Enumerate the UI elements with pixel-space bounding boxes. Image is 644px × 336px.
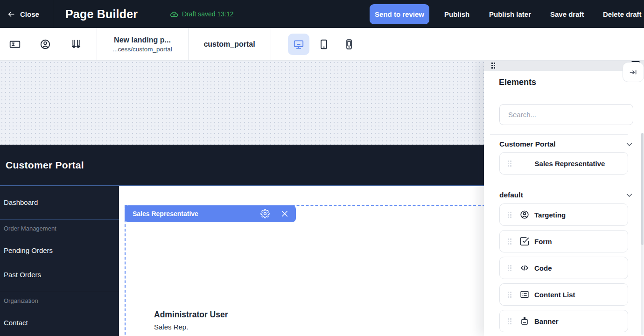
text-element-tool-button[interactable] xyxy=(5,34,25,55)
cloud-check-icon xyxy=(170,10,179,19)
chevron-down-icon xyxy=(625,191,633,199)
element-item-code[interactable]: Code xyxy=(499,257,628,279)
tablet-view-button[interactable] xyxy=(313,34,335,55)
topbar-divider xyxy=(53,0,53,28)
split-test-icon xyxy=(70,38,82,50)
sidebar-item-dashboard[interactable]: Dashboard xyxy=(4,198,38,206)
check-square-icon xyxy=(519,236,530,246)
selected-element-label: Sales Representative xyxy=(133,210,198,217)
elements-search-input[interactable] xyxy=(499,104,633,125)
collapse-panel-button[interactable] xyxy=(623,62,644,82)
person-target-icon xyxy=(519,210,530,220)
audience-tool-button[interactable] xyxy=(35,34,56,55)
tablet-icon xyxy=(318,38,330,50)
arrow-to-bar-icon xyxy=(629,68,638,77)
panel-divider xyxy=(490,134,628,135)
drag-handle-icon xyxy=(507,238,512,245)
sidebar-item-contact[interactable]: Contact xyxy=(4,319,28,327)
chevron-down-icon xyxy=(625,140,633,148)
selected-element-toolbar: Sales Representative xyxy=(125,205,296,222)
group-header-default[interactable]: default xyxy=(499,191,633,199)
element-item-banner[interactable]: Banner xyxy=(499,310,628,332)
page-tab[interactable]: New landing p... ...cess/custom_portal xyxy=(97,28,188,61)
tab-custom-portal[interactable]: custom_portal xyxy=(188,28,271,61)
panel-drag-bar[interactable] xyxy=(484,60,644,71)
text-box-icon xyxy=(9,38,21,50)
sidebar-section-organization: Organization xyxy=(4,297,38,304)
rep-role: Sales Rep. xyxy=(154,323,188,331)
element-settings-gear-icon[interactable] xyxy=(260,209,270,218)
element-item-form[interactable]: Form xyxy=(499,230,628,252)
save-draft-button[interactable]: Save draft xyxy=(550,0,584,28)
elements-panel: Elements Customer Portal Sales Represent… xyxy=(484,60,644,336)
panel-scrollbar[interactable] xyxy=(641,133,644,335)
sidebar-divider xyxy=(0,219,119,220)
page-builder-app: Close Page Builder Draft saved 13:12 Sen… xyxy=(0,0,644,336)
sidebar-section-order-management: Order Management xyxy=(4,225,56,232)
publish-later-button[interactable]: Publish later xyxy=(489,0,531,28)
panel-title: Elements xyxy=(499,77,536,87)
mobile-icon xyxy=(343,38,355,50)
person-circle-icon xyxy=(39,38,51,50)
delete-draft-button[interactable]: Delete draft xyxy=(603,0,642,28)
variants-tool-button[interactable] xyxy=(66,34,86,55)
back-arrow-icon xyxy=(7,10,15,19)
deselect-close-icon[interactable] xyxy=(280,209,289,218)
publish-button[interactable]: Publish xyxy=(444,0,469,28)
drag-handle-icon xyxy=(507,265,512,272)
drag-handle-icon xyxy=(491,62,496,69)
drag-handle-icon xyxy=(507,291,512,298)
group-label: Customer Portal xyxy=(499,140,556,148)
panel-divider xyxy=(484,95,644,95)
sidebar-item-past-orders[interactable]: Past Orders xyxy=(4,271,41,279)
element-item-content-list[interactable]: Content List xyxy=(499,283,628,306)
desktop-icon xyxy=(293,38,305,50)
drag-handle-icon xyxy=(507,160,512,167)
panel-scrollbar-thumb[interactable] xyxy=(641,133,644,245)
builder-toolbar: New landing p... ...cess/custom_portal c… xyxy=(0,28,644,61)
draft-status-label: Draft saved 13:12 xyxy=(182,10,234,18)
app-title: Page Builder xyxy=(65,0,138,28)
element-item-label: Sales Representative xyxy=(535,160,605,168)
desktop-view-button[interactable] xyxy=(288,34,309,55)
mobile-view-button[interactable] xyxy=(338,34,360,55)
badge-icon xyxy=(519,316,530,326)
group-label: default xyxy=(499,191,523,199)
selected-element-region[interactable]: Sales Representative Administrator User … xyxy=(125,205,485,336)
element-item-label: Code xyxy=(534,264,552,272)
element-item-label: Content List xyxy=(534,291,575,299)
drag-handle-icon xyxy=(507,318,512,325)
sidebar-item-pending-orders[interactable]: Pending Orders xyxy=(4,246,53,254)
sidebar-divider xyxy=(0,291,119,291)
code-icon xyxy=(519,263,530,273)
page-name: New landing p... xyxy=(114,36,171,44)
toolbar-separator xyxy=(271,28,271,61)
element-item-sales-representative[interactable]: Sales Representative xyxy=(499,152,628,175)
element-item-targeting[interactable]: Targeting xyxy=(499,203,628,226)
page-path: ...cess/custom_portal xyxy=(112,46,172,53)
element-item-label: Banner xyxy=(534,317,559,325)
element-item-label: Targeting xyxy=(534,211,566,219)
send-to-review-button[interactable]: Send to review xyxy=(370,4,429,24)
panel-divider xyxy=(490,185,628,185)
top-bar: Close Page Builder Draft saved 13:12 Sen… xyxy=(0,0,644,28)
close-label: Close xyxy=(20,10,39,18)
group-header-customer-portal[interactable]: Customer Portal xyxy=(499,140,633,148)
site-sidebar: Dashboard Order Management Pending Order… xyxy=(0,186,119,336)
element-item-label: Form xyxy=(534,238,552,245)
drag-handle-icon xyxy=(507,211,512,218)
site-header-title: Customer Portal xyxy=(6,160,84,171)
list-document-icon xyxy=(519,289,530,300)
close-button[interactable]: Close xyxy=(7,0,39,28)
rep-name: Administrator User xyxy=(154,310,228,320)
draft-status: Draft saved 13:12 xyxy=(170,0,234,28)
